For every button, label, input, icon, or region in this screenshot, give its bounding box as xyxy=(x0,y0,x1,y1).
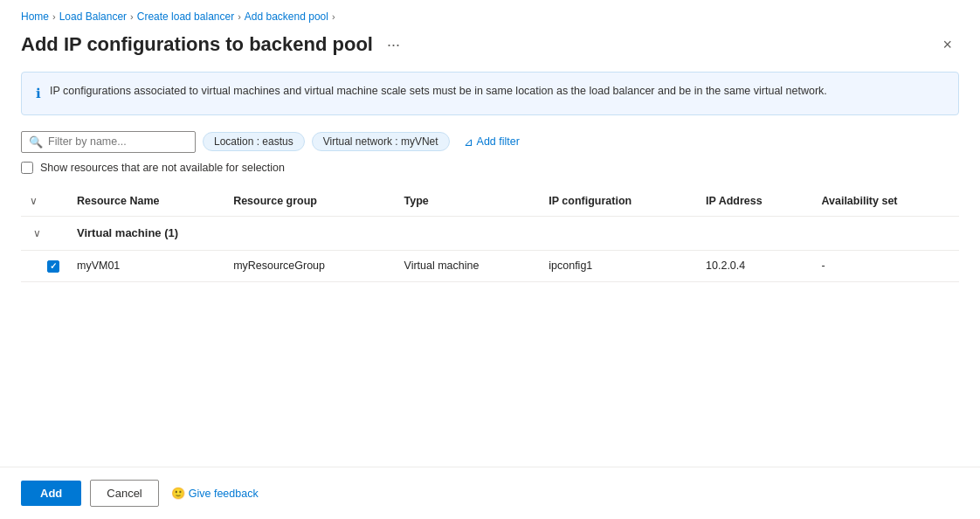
group-expand-button[interactable]: ∨ xyxy=(30,225,45,241)
info-icon: ℹ xyxy=(36,84,41,104)
resource-name-cell: myVM01 xyxy=(68,250,224,281)
group-row-vm: ∨ Virtual machine (1) xyxy=(21,216,959,250)
expand-all-button[interactable]: ∨ xyxy=(26,193,41,209)
add-filter-button[interactable]: ⊿ Add filter xyxy=(457,133,527,151)
show-unavailable-row: Show resources that are not available fo… xyxy=(21,162,959,174)
filter-input-wrap[interactable]: 🔍 xyxy=(21,131,196,153)
ip-address-cell: 10.2.0.4 xyxy=(697,250,812,281)
title-row: Add IP configurations to backend pool ··… xyxy=(21,33,959,56)
filter-row: 🔍 Location : eastus Virtual network : my… xyxy=(21,131,959,153)
breadcrumb-load-balancer[interactable]: Load Balancer xyxy=(59,10,127,23)
feedback-icon: 🙂 xyxy=(171,487,185,500)
col-resource-name: Resource Name xyxy=(68,186,224,217)
location-filter-pill[interactable]: Location : eastus xyxy=(203,132,305,151)
col-availability-set: Availability set xyxy=(812,186,959,217)
col-type: Type xyxy=(396,186,541,217)
table-header-row: ∨ Resource Name Resource group Type IP c… xyxy=(21,186,959,217)
resource-group-cell: myResourceGroup xyxy=(224,250,395,281)
vnet-filter-pill[interactable]: Virtual network : myVNet xyxy=(312,132,450,151)
feedback-label: Give feedback xyxy=(189,488,259,500)
breadcrumb-home[interactable]: Home xyxy=(21,10,49,23)
page-title: Add IP configurations to backend pool xyxy=(21,33,373,56)
search-icon: 🔍 xyxy=(29,135,43,149)
filter-input[interactable] xyxy=(48,135,188,148)
ip-config-cell: ipconfig1 xyxy=(540,250,697,281)
breadcrumb-add-backend-pool[interactable]: Add backend pool xyxy=(245,10,328,23)
feedback-link[interactable]: 🙂 Give feedback xyxy=(171,487,259,500)
funnel-icon: ⊿ xyxy=(464,135,473,149)
col-ip-address: IP Address xyxy=(697,186,812,217)
info-banner-text: IP configurations associated to virtual … xyxy=(50,83,827,100)
availability-set-cell: - xyxy=(812,250,959,281)
row-checkbox-myvm01[interactable] xyxy=(47,260,59,273)
col-resource-group: Resource group xyxy=(224,186,395,217)
add-button[interactable]: Add xyxy=(21,481,81,506)
show-unavailable-checkbox[interactable] xyxy=(21,162,33,174)
footer-bar: Add Cancel 🙂 Give feedback xyxy=(0,467,980,519)
close-button[interactable]: × xyxy=(935,34,959,56)
info-banner: ℹ IP configurations associated to virtua… xyxy=(21,72,959,115)
add-filter-label: Add filter xyxy=(477,135,520,148)
col-ip-config: IP configuration xyxy=(540,186,697,217)
cancel-button[interactable]: Cancel xyxy=(90,480,158,507)
type-cell: Virtual machine xyxy=(396,250,541,281)
breadcrumb-create-load-balancer[interactable]: Create load balancer xyxy=(137,10,234,23)
ellipsis-menu-button[interactable]: ··· xyxy=(382,34,405,56)
group-label: Virtual machine (1) xyxy=(68,216,959,250)
breadcrumb: Home › Load Balancer › Create load balan… xyxy=(21,10,959,23)
resources-table: ∨ Resource Name Resource group Type IP c… xyxy=(21,186,959,282)
show-unavailable-label: Show resources that are not available fo… xyxy=(40,162,285,174)
col-expand: ∨ xyxy=(21,186,68,217)
table-row: myVM01 myResourceGroup Virtual machine i… xyxy=(21,250,959,281)
